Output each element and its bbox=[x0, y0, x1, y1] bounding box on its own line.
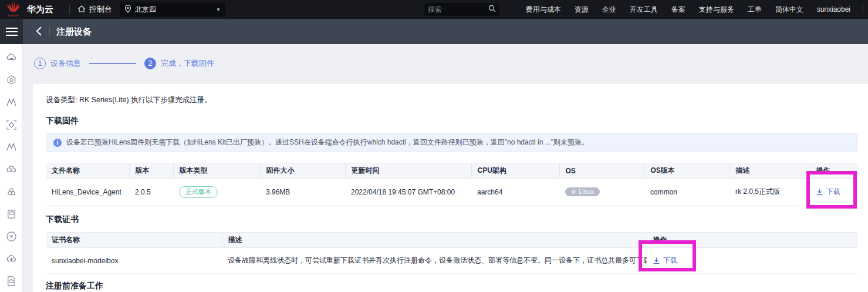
col-updated: 更新时间 bbox=[345, 163, 471, 179]
col-cert-action: 操作 bbox=[647, 233, 858, 248]
left-sidebar: IP bbox=[0, 44, 23, 292]
certificate-table-header: 证书名称 描述 操作 bbox=[46, 233, 858, 248]
step-2-circle: 2 bbox=[144, 58, 156, 69]
back-button[interactable] bbox=[35, 26, 42, 39]
cell-updated: 2022/04/18 19:45:07 GMT+08:00 bbox=[345, 179, 471, 206]
cell-cert-description: 设备故障和离线状态时，可尝试重新下载证书并再次执行注册命令，设备激活状态、部署等… bbox=[222, 248, 647, 274]
col-cpu-arch: CPU架构 bbox=[471, 163, 559, 179]
step-2-label: 完成，下载固件 bbox=[161, 58, 214, 69]
menu-item-support[interactable]: 支持与服务 bbox=[699, 5, 734, 15]
page-header-bar: 注册设备 bbox=[0, 19, 868, 44]
menu-item-ticket[interactable]: 工单 bbox=[748, 5, 762, 15]
col-description: 描述 bbox=[729, 163, 810, 179]
gear-icon bbox=[571, 189, 576, 194]
top-navbar: HUAWEI 华为云 控制台 北京四 ▼ 费用与成本 资源 企业 开发工具 备案… bbox=[0, 0, 868, 19]
modelarts-dev-icon[interactable] bbox=[5, 141, 18, 153]
cell-cpu-arch: aarch64 bbox=[471, 179, 559, 206]
console-link[interactable]: 控制台 bbox=[77, 4, 112, 15]
menu-item-enterprise[interactable]: 企业 bbox=[602, 5, 616, 15]
step-connector bbox=[89, 63, 136, 64]
step-indicator: 1 设备信息 2 完成，下载固件 bbox=[34, 57, 214, 70]
header-divider bbox=[49, 26, 50, 36]
search-icon[interactable] bbox=[488, 4, 496, 15]
col-cert-name: 证书名称 bbox=[46, 233, 222, 248]
certificate-section-heading: 下载证书 bbox=[46, 214, 79, 225]
region-selector[interactable]: 北京四 ▼ bbox=[120, 2, 225, 16]
col-version: 版本 bbox=[129, 163, 173, 179]
menu-item-username[interactable]: sunxiaobei bbox=[817, 5, 850, 14]
region-value: 北京四 bbox=[135, 5, 156, 15]
cell-cert-name: sunxiaobei-modelbox bbox=[46, 248, 222, 274]
col-size: 固件大小 bbox=[260, 163, 345, 179]
download-icon bbox=[653, 257, 660, 264]
prepare-section-heading: 注册前准备工作 bbox=[46, 281, 103, 291]
info-icon: i bbox=[53, 139, 62, 147]
col-cert-description: 描述 bbox=[222, 233, 647, 248]
firmware-notice-banner: i 设备若已预装HiLens固件则无需下载（如HiLens Kit已出厂预装）。… bbox=[46, 133, 858, 152]
os-badge: Linux bbox=[565, 187, 600, 196]
cell-version: 2.0.5 bbox=[129, 179, 173, 206]
firmware-table-row: HiLens_Device_Agent 2.0.5 正式版本 3.96MB 20… bbox=[46, 179, 858, 206]
certificate-download-button[interactable]: 下载 bbox=[653, 256, 677, 266]
cloud-play-icon[interactable] bbox=[5, 163, 18, 176]
huawei-logo-icon[interactable]: HUAWEI bbox=[5, 1, 22, 18]
download-icon bbox=[816, 188, 823, 196]
cell-file-name: HiLens_Device_Agent bbox=[46, 179, 129, 206]
page-title: 注册设备 bbox=[56, 26, 92, 38]
cluster-icon[interactable] bbox=[5, 186, 18, 198]
hamburger-menu-icon[interactable] bbox=[0, 19, 23, 44]
cell-os-version: common bbox=[644, 179, 729, 206]
svg-text:IP: IP bbox=[9, 234, 13, 239]
search-box[interactable] bbox=[424, 3, 499, 16]
scan-diamond-icon[interactable] bbox=[5, 119, 18, 131]
col-os-version: OS版本 bbox=[644, 163, 729, 179]
nav-divider bbox=[69, 5, 70, 14]
firmware-section-heading: 下载固件 bbox=[46, 116, 79, 126]
menu-item-filing[interactable]: 备案 bbox=[671, 5, 685, 15]
ip-icon[interactable]: IP bbox=[5, 230, 18, 243]
huawei-wordmark: HUAWEI bbox=[5, 14, 22, 17]
cloud-icon[interactable] bbox=[5, 52, 18, 64]
col-version-type: 版本类型 bbox=[173, 163, 260, 179]
firmware-table-header: 文件名称 版本 版本类型 固件大小 更新时间 CPU架构 OS OS版本 描述 … bbox=[46, 163, 858, 179]
certificate-table-row: sunxiaobei-modelbox 设备故障和离线状态时，可尝试重新下载证书… bbox=[46, 248, 858, 274]
nav-end-divider bbox=[863, 5, 863, 14]
step-1-circle[interactable]: 1 bbox=[34, 58, 46, 69]
menu-item-resources[interactable]: 资源 bbox=[575, 5, 589, 15]
cell-size: 3.96MB bbox=[260, 179, 345, 206]
certificate-table: 证书名称 描述 操作 sunxiaobei-modelbox 设备故障和离线状态… bbox=[46, 232, 858, 274]
col-action: 操作 bbox=[810, 163, 858, 179]
notice-text: 设备若已预装HiLens固件则无需下载（如HiLens Kit已出厂预装）。通过… bbox=[66, 137, 589, 147]
firmware-table: 文件名称 版本 版本类型 固件大小 更新时间 CPU架构 OS OS版本 描述 … bbox=[46, 163, 858, 206]
hexagon-service-icon[interactable] bbox=[5, 74, 18, 86]
col-file-name: 文件名称 bbox=[46, 163, 129, 179]
top-menu: 费用与成本 资源 企业 开发工具 备案 支持与服务 工单 简体中文 sunxia… bbox=[526, 0, 850, 19]
menu-item-billing[interactable]: 费用与成本 bbox=[526, 5, 561, 15]
version-type-badge: 正式版本 bbox=[179, 186, 218, 198]
content-card: 设备类型: RK Series(Lite) 执行以下步骤完成注册。 下载固件 i… bbox=[33, 84, 868, 292]
firmware-download-button[interactable]: 下载 bbox=[816, 187, 840, 197]
menu-item-language[interactable]: 简体中文 bbox=[775, 5, 803, 15]
card-cloud-icon[interactable] bbox=[5, 208, 18, 220]
device-type-text: 设备类型: RK Series(Lite) 执行以下步骤完成注册。 bbox=[46, 95, 212, 105]
doc-cloud-icon[interactable] bbox=[5, 275, 18, 287]
console-label: 控制台 bbox=[89, 4, 112, 15]
home-icon bbox=[77, 5, 86, 15]
menu-item-devtools[interactable]: 开发工具 bbox=[630, 5, 658, 15]
cell-description: rk 2.0.5正式版 bbox=[729, 179, 810, 206]
location-pin-icon bbox=[124, 5, 131, 15]
search-input[interactable] bbox=[428, 5, 488, 14]
brand-name[interactable]: 华为云 bbox=[27, 4, 53, 15]
col-os: OS bbox=[559, 163, 644, 179]
modelarts-icon[interactable] bbox=[5, 96, 18, 109]
chevron-down-icon: ▼ bbox=[216, 7, 221, 12]
cloud-upload-icon[interactable] bbox=[5, 253, 18, 265]
step-1-label: 设备信息 bbox=[50, 58, 81, 69]
